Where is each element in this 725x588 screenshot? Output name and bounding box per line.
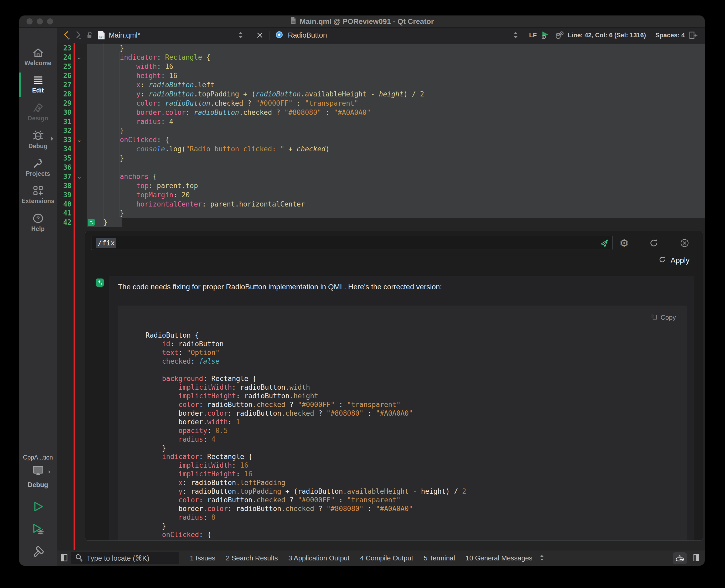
right-panel-toggle-icon[interactable] (693, 553, 700, 563)
tab-list-icon[interactable] (235, 29, 247, 41)
line-number[interactable]: 28 (57, 90, 71, 98)
line-number[interactable]: 42 (57, 218, 71, 226)
forward-button[interactable] (72, 29, 84, 41)
language-client-icon[interactable] (554, 29, 565, 41)
pane-arrows-icon[interactable] (539, 554, 545, 563)
sidebar-item-debug[interactable]: Debug (19, 126, 57, 154)
line-number[interactable]: 37 (57, 173, 71, 181)
line-number[interactable]: 24 (57, 53, 71, 61)
line-number[interactable]: 41 (57, 209, 71, 217)
output-pane-button-1[interactable]: 1 Issues (185, 554, 221, 562)
editor-line-37[interactable]: 37⌄ anchors { (57, 172, 705, 181)
output-pane-button-5[interactable]: 5 Terminal (419, 554, 460, 562)
question-icon: ? (32, 213, 44, 224)
chevron-right-icon[interactable] (48, 469, 51, 475)
line-number[interactable]: 32 (57, 127, 71, 134)
sidebar-item-help[interactable]: ? Help (19, 209, 57, 236)
editor-line-38[interactable]: 38 top: parent.top (57, 181, 705, 190)
fold-marker-icon[interactable]: ⌄ (71, 136, 87, 144)
sidebar-item-edit[interactable]: Edit (19, 71, 57, 99)
editor-line-35[interactable]: 35 } (57, 154, 705, 163)
mode-selector-bar: Welcome Edit Design Debug Project (19, 27, 57, 566)
line-number[interactable]: 33 (57, 136, 71, 144)
line-number[interactable]: 25 (57, 63, 71, 70)
close-traffic-light[interactable] (26, 18, 33, 24)
search-icon (74, 553, 84, 563)
editor-line-25[interactable]: 25 width: 16 (57, 62, 705, 71)
live-preview-icon[interactable] (539, 29, 551, 41)
line-number[interactable]: 31 (57, 118, 71, 126)
editor-line-27[interactable]: 27 x: radioButton.left (57, 80, 705, 90)
zoom-traffic-light[interactable] (47, 18, 53, 24)
line-number[interactable]: 38 (57, 182, 71, 190)
editor-code-lines: 23 }24⌄ indicator: Rectangle {25 width: … (57, 44, 705, 227)
output-pane-button-4[interactable]: 4 Compile Output (355, 554, 419, 562)
refresh-icon[interactable] (648, 237, 660, 249)
split-editor-icon[interactable] (687, 29, 699, 41)
copy-button[interactable]: Copy (651, 313, 676, 322)
line-number[interactable]: 39 (57, 191, 71, 199)
sidebar-item-welcome[interactable]: Welcome (19, 43, 57, 71)
sidebar-item-design[interactable]: Design (19, 99, 57, 126)
editor-line-39[interactable]: 39 topMargin: 20 (57, 190, 705, 200)
editor-line-36[interactable]: 36 (57, 163, 705, 172)
editor-line-33[interactable]: 33⌄ onClicked: { (57, 135, 705, 145)
left-panel-toggle-icon[interactable] (60, 554, 68, 563)
output-pane-button-2[interactable]: 2 Search Results (221, 554, 283, 562)
line-number[interactable]: 35 (57, 154, 71, 162)
run-button[interactable] (32, 500, 44, 514)
kit-selector-button[interactable] (32, 465, 44, 478)
apply-button[interactable]: Apply (658, 256, 689, 265)
editor-line-30[interactable]: 30 border.color: radioButton.checked ? "… (57, 108, 705, 117)
sort-arrows-icon[interactable] (510, 29, 521, 41)
ai-sparkle-icon[interactable] (88, 219, 95, 226)
editor-line-24[interactable]: 24⌄ indicator: Rectangle { (57, 53, 705, 62)
fold-marker-icon[interactable]: ⌄ (71, 173, 87, 180)
line-number[interactable]: 40 (57, 200, 71, 208)
home-icon (32, 47, 44, 58)
sidebar-item-extensions[interactable]: Extensions (19, 181, 57, 209)
fold-marker-icon[interactable]: ⌄ (71, 54, 87, 61)
line-number[interactable]: 27 (57, 81, 71, 89)
title-bar[interactable]: Main.qml @ POReview091 - Qt Creator (19, 16, 705, 27)
line-number[interactable]: 34 (57, 145, 71, 153)
editor-line-42[interactable]: 42 } (57, 218, 705, 227)
line-number[interactable]: 36 (57, 163, 71, 171)
settings-gear-icon[interactable]: ⚙ (618, 237, 630, 249)
close-circle-icon[interactable] (679, 237, 690, 249)
editor-line-26[interactable]: 26 height: 16 (57, 71, 705, 80)
output-pane-button-6[interactable]: 10 General Messages (460, 554, 537, 562)
close-document-button[interactable] (254, 29, 265, 41)
editor-line-34[interactable]: 34 console.log("Radio button clicked: " … (57, 145, 705, 154)
editor-line-41[interactable]: 41 } (57, 209, 705, 218)
line-ending-indicator[interactable]: LF (529, 31, 537, 39)
locator-input[interactable]: Type to locate (⌘K) (71, 552, 179, 564)
build-progress-button[interactable] (673, 552, 687, 564)
chevron-right-icon[interactable] (50, 136, 54, 141)
ai-prompt-input[interactable]: /fix (91, 236, 613, 250)
line-number[interactable]: 29 (57, 99, 71, 107)
editor-line-31[interactable]: 31 radius: 4 (57, 117, 705, 126)
minimize-traffic-light[interactable] (37, 18, 43, 24)
code-editor[interactable]: 23 }24⌄ indicator: Rectangle {25 width: … (57, 43, 705, 550)
editor-line-40[interactable]: 40 horizontalCenter: parent.horizontalCe… (57, 200, 705, 209)
cursor-position-indicator[interactable]: Line: 42, Col: 6 (Sel: 1316) (568, 31, 646, 39)
assistant-code-line: border.color: radioButton.checked ? "#80… (146, 409, 466, 418)
line-number[interactable]: 23 (57, 44, 71, 52)
debug-run-button[interactable] (31, 523, 45, 537)
editor-line-32[interactable]: 32 } (57, 126, 705, 135)
output-pane-button-3[interactable]: 3 Application Output (283, 554, 355, 562)
editor-line-29[interactable]: 29 color: radioButton.checked ? "#0000FF… (57, 99, 705, 108)
file-tab[interactable]: Main.qml* (109, 31, 140, 39)
line-number[interactable]: 26 (57, 72, 71, 80)
editor-line-23[interactable]: 23 } (57, 44, 705, 53)
lock-icon[interactable] (84, 29, 95, 41)
editor-line-28[interactable]: 28 y: radioButton.topPadding + (radioBut… (57, 89, 705, 99)
symbol-selector[interactable]: RadioButton (275, 31, 327, 40)
build-button[interactable] (31, 546, 45, 560)
back-button[interactable] (61, 29, 72, 41)
sidebar-item-projects[interactable]: Projects (19, 154, 57, 181)
send-icon[interactable] (600, 239, 609, 249)
line-number[interactable]: 30 (57, 108, 71, 117)
indent-indicator[interactable]: Spaces: 4 (655, 31, 685, 39)
